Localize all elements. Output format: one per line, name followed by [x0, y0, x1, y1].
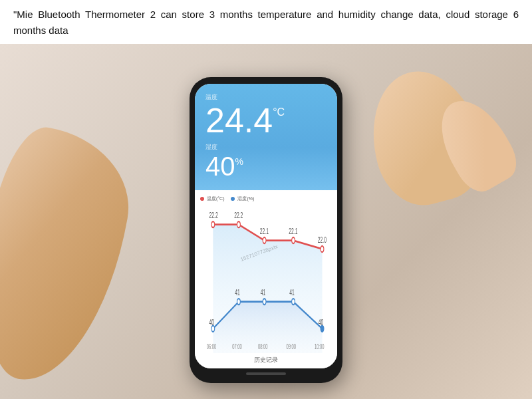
chart-area: 22.2 22.2 22.1 22.1 22.0 40 41 41 41 40 …: [200, 206, 332, 353]
temp-dot-4: [292, 237, 295, 243]
temp-dot-2: [237, 221, 241, 227]
temp-legend-label: 温度(°C): [207, 196, 225, 201]
time-label-4: 09:00: [286, 342, 296, 351]
temp-label-4: 22.1: [289, 227, 297, 236]
humidity-label: 湿度: [205, 143, 327, 152]
history-label: 历史记录: [200, 356, 332, 364]
time-label-5: 10:00: [315, 342, 325, 351]
temperature-unit: °C: [273, 107, 285, 118]
image-area: 温度 24.4 °C 湿度 40 % 温度(°C): [0, 44, 532, 399]
hum-label-4: 41: [289, 288, 295, 297]
hum-label-5: 40: [319, 317, 324, 327]
temp-label-5: 22.0: [318, 235, 327, 245]
humidity-unit: %: [235, 157, 243, 166]
temp-label-1: 22.2: [209, 211, 218, 220]
description-text: "Mie Bluetooth Thermometer 2 can store 3…: [13, 9, 519, 36]
hum-label-2: 41: [235, 288, 240, 297]
legend-temp: 温度(°C): [200, 196, 224, 202]
temp-dot: [200, 197, 204, 201]
legend-hum: 湿度(%): [231, 196, 254, 202]
phone-screen: 温度 24.4 °C 湿度 40 % 温度(°C): [195, 84, 337, 368]
time-label-3: 08:00: [258, 342, 268, 351]
hum-dot-3: [263, 299, 266, 305]
hum-label-1: 40: [209, 317, 215, 327]
temperature-display: 24.4 °C: [205, 103, 327, 138]
hum-dot-4: [292, 299, 295, 305]
humidity-number: 40: [205, 153, 235, 180]
chart-svg: 22.2 22.2 22.1 22.1 22.0 40 41 41 41 40 …: [200, 206, 332, 353]
hum-dot-2: [237, 299, 241, 305]
screen-top: 温度 24.4 °C 湿度 40 %: [195, 84, 337, 190]
screen-bottom: 温度(°C) 湿度(%): [195, 190, 337, 368]
chart-legend: 温度(°C) 湿度(%): [200, 196, 332, 202]
hum-label-3: 41: [261, 288, 266, 297]
temp-dot-1: [211, 221, 215, 227]
time-label-1: 06:00: [207, 342, 217, 351]
temp-dot-3: [263, 237, 266, 243]
phone: 温度 24.4 °C 湿度 40 % 温度(°C): [190, 77, 342, 383]
text-block: "Mie Bluetooth Thermometer 2 can store 3…: [0, 0, 532, 44]
temperature-number: 24.4: [205, 103, 273, 138]
hum-legend-label: 湿度(%): [237, 196, 254, 201]
temp-label-3: 22.1: [260, 227, 269, 236]
hum-dot: [231, 197, 235, 201]
humidity-display: 40 %: [205, 153, 327, 180]
temp-label-2: 22.2: [234, 211, 243, 220]
phone-home-bar: [246, 372, 286, 375]
temp-dot-5: [321, 246, 324, 252]
time-label-2: 07:00: [232, 342, 242, 351]
